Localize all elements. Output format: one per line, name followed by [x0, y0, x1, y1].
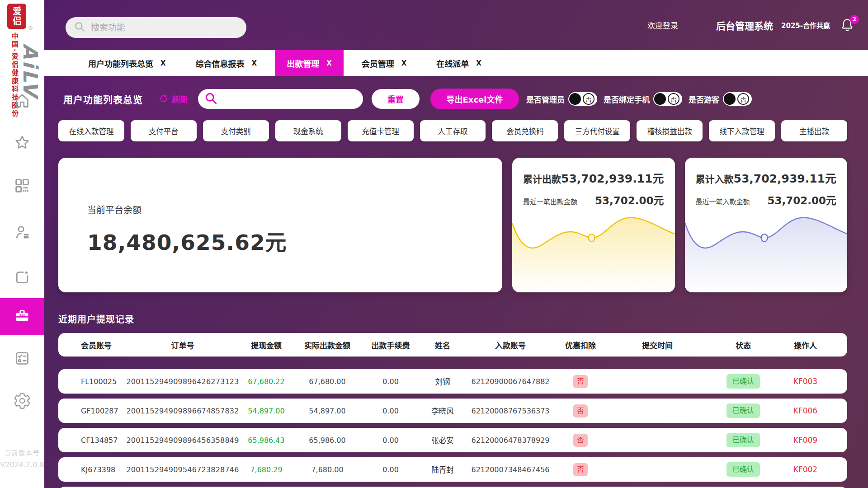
cell-order: 200115294909896674857832 — [126, 407, 239, 415]
home-icon — [13, 92, 31, 112]
quick-buttons: 在线入款管理支付平台支付类别现金系统充值卡管理人工存取会员兑换码三方代付设置稽核… — [58, 120, 847, 141]
cell-account: GF100287 — [72, 407, 126, 415]
cell-fee: 0.00 — [361, 377, 420, 386]
tab-close-icon[interactable]: X — [326, 59, 332, 67]
notification-bell[interactable]: 2 — [840, 18, 855, 33]
payout-sparkline — [512, 206, 675, 292]
deposit-title: 累计入款 — [696, 172, 734, 185]
discount-badge: 否 — [573, 404, 587, 418]
tab-1[interactable]: 综合信息报表X — [184, 50, 269, 76]
cell-actual: 65,986.00 — [293, 436, 361, 445]
welcome-text: 欢迎登录 — [647, 19, 678, 31]
quick-button-10[interactable]: 主播出款 — [781, 120, 847, 141]
toggle-switch-2[interactable]: 否 — [723, 92, 752, 106]
quick-button-6[interactable]: 会员兑换码 — [492, 120, 558, 141]
quick-button-0[interactable]: 在线入款管理 — [58, 120, 124, 141]
sidebar-item-members[interactable] — [0, 216, 44, 250]
member-icon — [13, 223, 31, 243]
cell-fee: 0.00 — [361, 465, 420, 474]
tab-0[interactable]: 用户功能列表总览X — [76, 50, 178, 76]
tab-3[interactable]: 会员管理X — [350, 50, 419, 76]
quick-button-1[interactable]: 支付平台 — [131, 120, 197, 141]
global-search[interactable] — [66, 17, 246, 38]
refresh-button[interactable]: 刷新 — [155, 93, 188, 105]
quick-button-5[interactable]: 人工存取 — [420, 120, 486, 141]
cell-order: 200115294909896456358849 — [126, 436, 239, 445]
deposit-sub-label: 最近一笔入款金额 — [696, 197, 750, 206]
tab-2[interactable]: 出款管理X — [275, 50, 344, 76]
cell-order: 200115294909896426273123 — [126, 377, 239, 386]
table-search-input[interactable] — [222, 94, 357, 104]
tab-close-icon[interactable]: X — [476, 59, 481, 67]
tab-4[interactable]: 在线派单X — [425, 50, 493, 76]
global-search-input[interactable] — [91, 23, 238, 33]
column-header-8: 提交时间 — [605, 339, 709, 351]
sidebar-item-tasks[interactable] — [0, 342, 44, 376]
grid-icon — [13, 177, 31, 197]
version-label: 当前版本号 — [0, 448, 44, 457]
cell-discount: 否 — [556, 404, 605, 418]
tab-close-icon[interactable]: X — [160, 59, 166, 67]
version-info: 当前版本号 V2024.2.0.8 — [0, 448, 44, 469]
top-bar: 欢迎登录 后台管理系统 2025-合作共赢 2 — [58, 0, 847, 50]
tab-label: 出款管理 — [287, 57, 319, 69]
toggle-value: 否 — [737, 93, 749, 105]
cell-name: 张必安 — [420, 435, 465, 446]
discount-badge: 否 — [573, 375, 587, 388]
cell-actual: 54,897.00 — [293, 407, 361, 415]
column-header-0: 会员账号 — [72, 339, 126, 351]
export-excel-button[interactable]: 导出Excel文件 — [430, 89, 519, 109]
quick-button-8[interactable]: 稽核损益出款 — [637, 120, 703, 141]
column-header-3: 实际出款金额 — [293, 339, 361, 351]
reset-button[interactable]: 重置 — [372, 89, 420, 109]
sidebar-item-modules[interactable] — [0, 169, 44, 204]
quick-button-4[interactable]: 充值卡管理 — [348, 120, 414, 141]
tab-close-icon[interactable]: X — [252, 59, 257, 67]
table-body: FL10002520011529490989642627312367,680.2… — [58, 369, 847, 488]
status-badge: 已确认 — [726, 433, 760, 447]
tab-close-icon[interactable]: X — [401, 59, 407, 67]
bell-icon — [840, 25, 854, 34]
cell-name: 陆青封 — [420, 464, 465, 475]
cell-discount: 否 — [556, 375, 605, 388]
quick-button-2[interactable]: 支付类别 — [203, 120, 269, 141]
cell-operator: KF002 — [777, 465, 834, 474]
tab-bar: 用户功能列表总览X综合信息报表X出款管理X会员管理X在线派单X — [44, 50, 868, 76]
balance-card: 当前平台余额 18,480,625.62元 — [58, 158, 502, 292]
toggle-knob — [724, 93, 736, 105]
quick-button-7[interactable]: 三方代付设置 — [564, 120, 630, 141]
sidebar-item-finance[interactable] — [0, 298, 44, 335]
table-row: CF13485720011529490989645635884965,986.4… — [58, 428, 847, 452]
toggle-knob — [569, 93, 581, 105]
toggle-switch-1[interactable]: 否 — [653, 92, 682, 106]
table-row: GF10028720011529490989667485783254,897.0… — [58, 399, 847, 423]
version-number: V2024.2.0.8 — [0, 460, 44, 469]
table-search[interactable] — [198, 89, 363, 109]
quick-button-3[interactable]: 现金系统 — [275, 120, 341, 141]
cell-amount: 67,680.22 — [239, 377, 293, 386]
sidebar-item-orders[interactable] — [0, 261, 44, 296]
deposit-total: 53,702,939.11元 — [734, 169, 836, 186]
cell-fee: 0.00 — [361, 436, 420, 445]
column-header-10: 操作人 — [777, 339, 834, 351]
toggle-switch-0[interactable]: 否 — [568, 92, 597, 106]
sidebar-item-favorites[interactable] — [0, 127, 44, 161]
sidebar-item-settings[interactable] — [0, 385, 44, 419]
payout-sub-label: 最近一笔出款金额 — [523, 197, 577, 206]
filter-toggles: 是否管理员否是否绑定手机否是否游客否 — [526, 92, 758, 106]
status-badge: 已确认 — [726, 462, 760, 477]
cell-order: 200115294909546723828746 — [126, 465, 239, 474]
cell-status: 已确认 — [709, 462, 777, 477]
column-header-7: 优惠扣除 — [556, 339, 605, 351]
brand-seal-logo: 爱侣 — [7, 4, 26, 29]
tab-label: 会员管理 — [362, 57, 394, 69]
cell-fee: 0.00 — [361, 407, 420, 415]
quick-button-9[interactable]: 线下入款管理 — [709, 120, 775, 141]
toggle-label-2: 是否游客 — [689, 94, 719, 105]
main-area: 欢迎登录 后台管理系统 2025-合作共赢 2 用户功能列表总览X综合信息报表X… — [44, 0, 868, 488]
cell-account: FL100025 — [72, 377, 126, 386]
cell-account: KJ673398 — [72, 465, 126, 474]
tab-label: 用户功能列表总览 — [88, 57, 153, 69]
cell-bank: 62120006478378929 — [465, 436, 556, 445]
sidebar-item-home[interactable] — [0, 84, 44, 119]
